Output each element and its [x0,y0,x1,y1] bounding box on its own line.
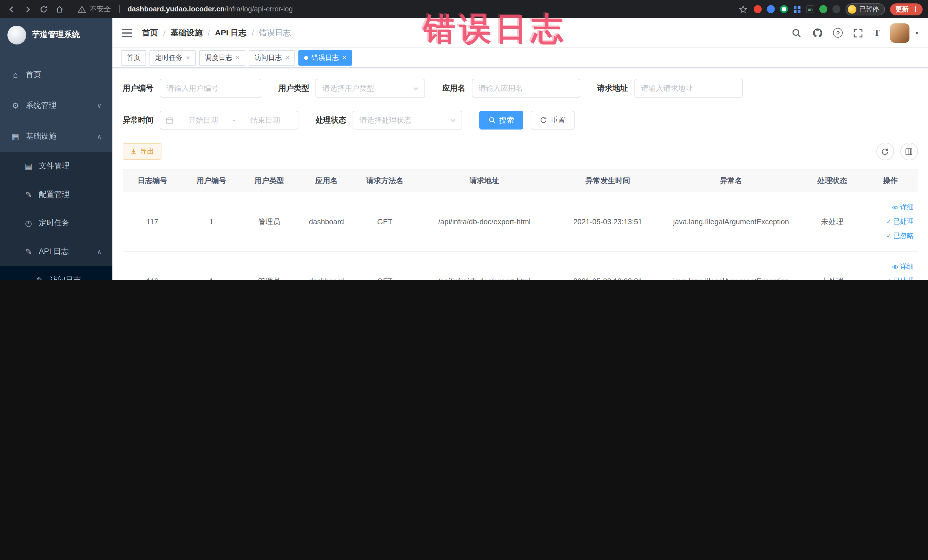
address-bar[interactable]: dashboard.yudao.iocoder.cn/infra/log/api… [128,5,293,13]
breadcrumb-infrastructure[interactable]: 基础设施 [171,27,203,38]
app-name-input[interactable] [472,79,580,98]
request-url-input[interactable] [634,79,743,98]
download-icon [130,148,137,155]
hamburger-icon[interactable] [121,26,133,39]
eye-icon [891,204,898,211]
screen: 不安全 dashboard.yudao.iocoder.cn/infra/log… [0,0,928,280]
green-ring-extension-icon[interactable] [780,5,788,13]
blue-dot-extension-icon[interactable] [767,5,775,13]
breadcrumb-separator: / [163,28,165,37]
mark-processed-link[interactable]: ✓已处理 [886,217,914,226]
github-icon[interactable] [812,27,823,38]
dark-pin-extension-icon[interactable] [832,5,840,13]
sidebar-item-scheduled-jobs[interactable]: ◷ 定时任务 [0,209,112,237]
refresh-icon [881,148,889,156]
column-header: 应用名 [298,169,355,192]
search-icon[interactable] [791,27,802,38]
search-button[interactable]: 搜索 [479,111,523,130]
user-avatar[interactable] [890,23,909,43]
url-path: /infra/log/api-error-log [224,5,293,13]
sidebar-item-access-log[interactable]: ✎ 访问日志 [0,266,112,280]
refresh-button[interactable] [876,143,894,160]
warning-icon [78,5,86,14]
detail-link[interactable]: 详细 [891,203,914,212]
user-id-label: 用户编号 [123,83,154,93]
sidebar-item-home[interactable]: ⌂ 首页 [0,60,112,90]
reload-icon[interactable] [38,3,49,15]
check-icon: ✓ [886,218,891,225]
font-size-icon[interactable]: T [873,27,880,38]
date-end-placeholder: 结束日期 [238,115,293,125]
request-url-label: 请求地址 [597,83,628,93]
avatar-caret-icon[interactable]: ▼ [914,30,919,36]
tab-home[interactable]: 首页 [121,50,146,65]
sidebar-logo: 芋道管理系统 [0,18,112,51]
profile-paused-chip[interactable]: 已暂停 [846,3,885,15]
security-label: 不安全 [90,4,111,14]
close-icon[interactable]: × [285,54,289,61]
filter-user-id: 用户编号 [123,79,261,98]
home-menu-icon: ⌂ [11,70,20,79]
chrome-right-cluster: on 已暂停 更新 ⋮ [737,3,922,15]
column-header: 请求地址 [415,169,554,192]
tab-scheduled-jobs[interactable]: 定时任务 × [150,50,196,65]
close-icon[interactable]: × [236,54,240,61]
exception-time-label: 异常时间 [123,115,154,125]
security-indicator[interactable]: 不安全 [78,4,111,14]
app-name-label: 应用名 [442,83,465,93]
close-icon[interactable]: × [342,54,346,61]
green-leaf-extension-icon[interactable] [819,5,827,13]
breadcrumb-api-logs[interactable]: API 日志 [215,27,246,38]
infrastructure-icon: ▦ [11,132,20,141]
logo-avatar [8,25,26,44]
filter-request-url: 请求地址 [597,79,743,98]
reset-button[interactable]: 重置 [531,111,575,130]
row-actions: 详细 ✓已处理 ✓已忽略 [866,262,915,280]
column-settings-button[interactable] [900,143,918,160]
sidebar-item-system-management[interactable]: ⚙ 系统管理 ∨ [0,90,112,121]
back-icon[interactable] [6,3,17,15]
filter-row-1: 用户编号 用户类型 请选择用户类型 应用名 [123,79,918,98]
update-label: 更新 [896,5,908,14]
sidebar-item-infrastructure[interactable]: ▦ 基础设施 ∧ [0,121,112,152]
column-header: 日志编号 [123,169,182,192]
process-status-label: 处理状态 [316,115,346,125]
select-placeholder: 请选择用户类型 [322,83,374,93]
mark-ignored-link[interactable]: ✓已忽略 [886,231,914,241]
sidebar-item-file-management[interactable]: ▤ 文件管理 [0,152,112,180]
tab-error-log[interactable]: 错误日志 × [298,50,352,65]
user-id-input[interactable] [160,79,261,98]
detail-link[interactable]: 详细 [891,262,914,272]
bookmark-star-icon[interactable] [737,3,749,15]
on-badge-extension-icon[interactable]: on [806,5,814,13]
export-button[interactable]: 导出 [123,143,162,160]
user-type-select[interactable]: 请选择用户类型 [316,79,425,98]
annotation-overlay: 错误日志 [423,8,567,51]
help-icon[interactable]: ? [833,28,843,38]
tab-access-log[interactable]: 访问日志 × [249,50,295,65]
date-start-placeholder: 开始日期 [176,115,231,125]
error-log-table: 日志编号 用户编号 用户类型 应用名 请求方法名 请求地址 异常发生时间 异常名… [123,169,918,280]
kebab-menu-icon[interactable]: ⋮ [912,5,919,13]
chevron-up-icon: ∧ [97,248,102,255]
gear-icon: ⚙ [11,101,20,110]
process-status-select[interactable]: 请选择处理状态 [353,111,462,130]
mark-processed-link[interactable]: ✓已处理 [886,276,914,280]
exception-time-range-picker[interactable]: 开始日期 - 结束日期 [160,111,298,130]
home-icon[interactable] [53,3,65,15]
chrome-update-button[interactable]: 更新 ⋮ [890,3,922,15]
fullscreen-icon[interactable] [852,27,864,38]
active-dot-icon [304,56,308,60]
grid-extension-icon[interactable] [793,5,801,13]
forward-icon[interactable] [22,3,33,15]
close-icon[interactable]: × [186,54,190,61]
sidebar-item-api-logs[interactable]: ✎ API 日志 ∧ [0,237,112,266]
columns-icon [905,148,913,156]
column-header: 用户类型 [241,169,298,192]
sidebar-item-config-management[interactable]: ✎ 配置管理 [0,180,112,209]
tab-schedule-log[interactable]: 调度日志 × [199,50,245,65]
red-dot-extension-icon[interactable] [754,5,762,13]
breadcrumb-home[interactable]: 首页 [142,27,158,38]
breadcrumb-separator: / [252,28,254,37]
select-placeholder: 请选择处理状态 [359,115,411,125]
